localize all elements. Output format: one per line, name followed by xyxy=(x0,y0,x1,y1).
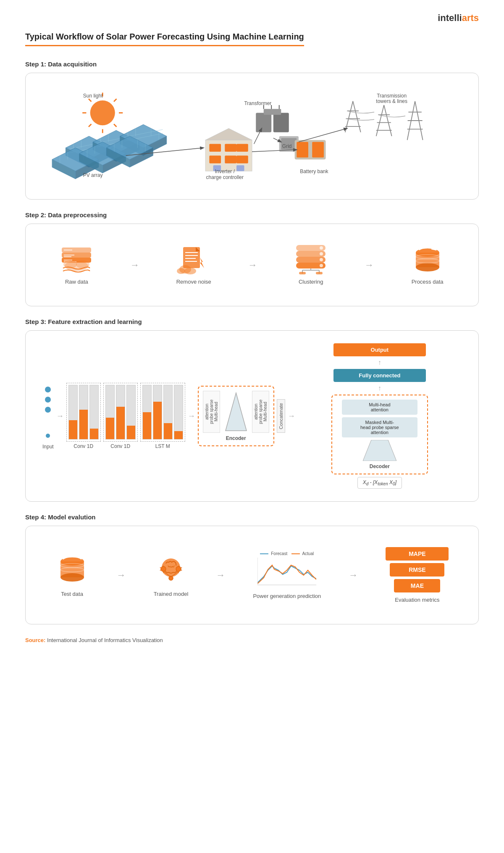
conv1d-2: Conv 1D xyxy=(103,383,138,449)
raw-data-item: Raw data xyxy=(60,245,93,285)
arrow-to-decoder: → xyxy=(288,412,295,421)
svg-text:Sun light: Sun light xyxy=(83,93,103,99)
arrow-up: ↑ xyxy=(378,359,381,366)
decoder-label: Decoder xyxy=(370,463,390,469)
forecast-legend: Forecast xyxy=(260,551,287,556)
svg-line-5 xyxy=(89,99,91,101)
svg-rect-60 xyxy=(225,144,236,151)
step4-content: Test data → xyxy=(42,539,462,611)
svg-rect-91 xyxy=(297,142,308,158)
forecast-svg xyxy=(257,558,316,587)
svg-point-132 xyxy=(320,258,323,261)
svg-marker-58 xyxy=(205,129,252,140)
svg-text:Inverter /: Inverter / xyxy=(215,168,235,174)
svg-rect-59 xyxy=(209,144,221,151)
rmse-bar: RMSE xyxy=(390,563,444,577)
metrics-stack: MAPE RMSE MAE xyxy=(386,547,449,592)
svg-line-159 xyxy=(160,567,161,568)
source-line: Source: International Journal of Informa… xyxy=(25,637,479,643)
arrow-3: → xyxy=(365,260,374,271)
step3-box: Input → Conv 1D xyxy=(25,330,479,502)
prediction-label: Power generation prediction xyxy=(253,593,321,599)
process-data-icon xyxy=(411,245,444,274)
dot3 xyxy=(45,407,51,413)
dot2 xyxy=(45,397,51,403)
conv1d-1: Conv 1D xyxy=(66,383,101,449)
svg-rect-64 xyxy=(236,155,248,163)
svg-text:Transmission: Transmission xyxy=(377,93,407,99)
svg-point-154 xyxy=(161,566,166,571)
enc-mh1: Multi-headprobe sparseattention xyxy=(203,391,220,433)
svg-line-81 xyxy=(384,105,391,136)
source-label: Source: xyxy=(25,637,45,643)
svg-text:charge controller: charge controller xyxy=(206,174,244,180)
main-title: Typical Workflow of Solar Power Forecast… xyxy=(25,32,479,49)
svg-rect-68 xyxy=(273,113,289,132)
arrow-up2: ↑ xyxy=(378,384,381,392)
encoder-section: Multi-headprobe sparseattention Multi-he… xyxy=(198,386,274,446)
lstm-group: LST M xyxy=(140,383,185,449)
input-label: Input xyxy=(42,444,54,450)
logo: intelliarts xyxy=(25,13,479,24)
raw-data-label: Raw data xyxy=(65,279,88,285)
svg-marker-147 xyxy=(363,440,396,461)
decoder-output: Output ↑ Fully connected ↑ Multi-headatt… xyxy=(298,343,462,489)
svg-point-155 xyxy=(176,566,181,571)
step2-box: Raw data → Remove noise xyxy=(25,224,479,306)
chart-legend: Forecast Actual xyxy=(257,551,316,556)
metrics-label: Evaluation metrics xyxy=(395,597,439,603)
svg-rect-69 xyxy=(264,109,281,115)
output-bar: Output xyxy=(333,343,426,356)
test-data-item: Test data xyxy=(55,553,89,597)
input-group: Input xyxy=(42,382,54,450)
svg-rect-139 xyxy=(299,272,306,274)
decoder-box: Multi-headattention Masked Multi-head pr… xyxy=(331,395,428,474)
svg-point-125 xyxy=(184,268,196,274)
step1-box: Sun light PV array Transformer Grid Inve… xyxy=(25,73,479,200)
step4-label: Step 4: Model evalution xyxy=(25,513,479,521)
masked-mha-block: Masked Multi-head probe sparseattention xyxy=(342,417,417,437)
svg-line-75 xyxy=(345,101,353,132)
source-text: International Journal of Informatics Vis… xyxy=(45,637,163,643)
svg-rect-67 xyxy=(256,113,271,132)
svg-rect-61 xyxy=(236,144,248,151)
arrow-s4-3: → xyxy=(349,570,358,581)
logo-accent: arts xyxy=(462,13,479,23)
forecast-chart-item: Forecast Actual Power generation predict… xyxy=(253,551,321,599)
svg-point-131 xyxy=(320,264,323,267)
svg-text:towers & lines: towers & lines xyxy=(376,98,407,104)
lstm-label: LST M xyxy=(155,443,170,449)
svg-line-164 xyxy=(181,570,182,571)
arrow-s4-2: → xyxy=(216,570,225,581)
remove-noise-item: Remove noise xyxy=(176,245,211,285)
mape-bar: MAPE xyxy=(386,547,449,561)
arrow-s4-1: → xyxy=(117,570,126,581)
mha-block: Multi-headattention xyxy=(342,400,417,415)
svg-line-80 xyxy=(376,105,384,136)
clustering-item: Clustering xyxy=(294,245,328,285)
test-data-icon xyxy=(55,553,89,587)
svg-line-160 xyxy=(160,570,161,571)
arrow-to-conv: → xyxy=(56,412,64,421)
svg-rect-63 xyxy=(225,155,236,163)
metrics-item: MAPE RMSE MAE Evaluation metrics xyxy=(386,547,449,603)
solar-svg: Sun light PV array Transformer Grid Inve… xyxy=(42,86,462,187)
remove-noise-icon xyxy=(177,245,210,274)
svg-text:PV array: PV array xyxy=(83,172,103,178)
dot1 xyxy=(45,387,51,392)
svg-point-133 xyxy=(320,252,323,255)
step4-box: Test data → xyxy=(25,526,479,624)
formula-box: Xd - [Xtoken X0] xyxy=(357,477,402,489)
svg-text:Battery bank: Battery bank xyxy=(300,168,328,174)
dot4 xyxy=(46,434,50,438)
trained-model-label: Trained model xyxy=(154,591,189,597)
clustering-label: Clustering xyxy=(299,279,323,285)
svg-point-150 xyxy=(60,573,84,582)
svg-point-143 xyxy=(416,263,439,271)
fc-bar: Fully connected xyxy=(333,369,426,382)
svg-point-134 xyxy=(320,246,323,250)
svg-rect-66 xyxy=(236,165,244,171)
svg-line-6 xyxy=(114,124,116,126)
trained-model-icon xyxy=(154,553,188,587)
svg-line-76 xyxy=(353,101,360,132)
